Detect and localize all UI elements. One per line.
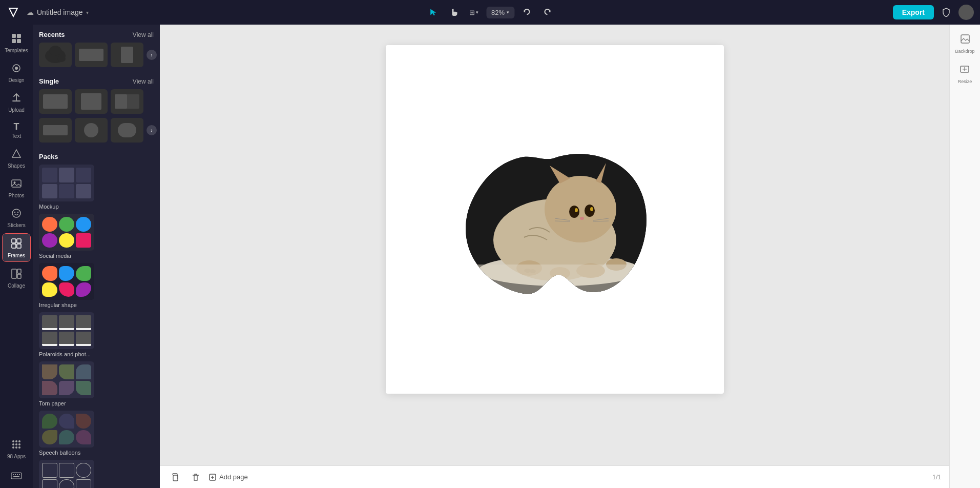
pack-thumb-social bbox=[39, 214, 94, 251]
main-layout: Templates Design Upload T Text bbox=[0, 25, 980, 488]
pack-item-social[interactable]: Social media bbox=[39, 214, 94, 259]
sidebar-item-design[interactable]: Design bbox=[2, 58, 31, 86]
resize-button[interactable]: Resize bbox=[955, 61, 975, 87]
svg-rect-28 bbox=[13, 474, 14, 475]
canvas-content bbox=[386, 60, 724, 378]
sidebar-item-apps[interactable]: 98 Apps bbox=[2, 435, 31, 462]
sidebar-item-keyboard[interactable] bbox=[2, 466, 31, 484]
pack-thumb-polaroids bbox=[39, 312, 94, 349]
resize-label: Resize bbox=[958, 79, 972, 84]
sidebar-item-templates-label: Templates bbox=[5, 48, 28, 53]
hand-tool-button[interactable] bbox=[445, 4, 462, 21]
single-next-arrow[interactable]: › bbox=[147, 125, 157, 135]
pack-item-polaroids[interactable]: Polaroids and phot... bbox=[39, 312, 94, 357]
shield-button[interactable] bbox=[938, 4, 954, 21]
svg-rect-15 bbox=[12, 269, 16, 278]
icon-sidebar: Templates Design Upload T Text bbox=[0, 25, 33, 488]
select-tool-button[interactable] bbox=[425, 4, 441, 21]
blob-frame-element[interactable] bbox=[447, 137, 662, 301]
single-thumb-3[interactable] bbox=[111, 89, 143, 114]
upload-icon bbox=[11, 92, 22, 105]
topbar-right: Export bbox=[893, 4, 974, 21]
svg-point-26 bbox=[18, 446, 20, 449]
svg-point-20 bbox=[18, 440, 20, 442]
doc-title-text: Untitled image bbox=[37, 8, 83, 16]
stickers-icon bbox=[11, 208, 22, 220]
right-panel: Backdrop Resize bbox=[949, 25, 980, 488]
zoom-value: 82% bbox=[491, 9, 505, 16]
sidebar-item-photos[interactable]: Photos bbox=[2, 174, 31, 201]
pack-label-mockup: Mockup bbox=[39, 204, 94, 210]
svg-rect-29 bbox=[15, 474, 16, 475]
single-view-all-button[interactable]: View all bbox=[133, 78, 154, 85]
svg-point-53 bbox=[575, 208, 578, 212]
text-icon: T bbox=[14, 122, 19, 131]
svg-rect-6 bbox=[12, 180, 21, 187]
pack-item-speech-balloons[interactable]: Speech balloons bbox=[39, 411, 94, 456]
app-logo[interactable] bbox=[6, 5, 20, 19]
zoom-chevron: ▾ bbox=[507, 10, 509, 15]
svg-rect-3 bbox=[17, 39, 21, 43]
svg-point-5 bbox=[15, 67, 18, 70]
pack-item-irregular[interactable]: Irregular shape bbox=[39, 263, 94, 308]
svg-rect-36 bbox=[79, 49, 103, 61]
pack-item-lined-frames[interactable]: Lined frames bbox=[39, 460, 94, 488]
recents-next-arrow[interactable]: › bbox=[147, 50, 157, 60]
single-label: Single bbox=[39, 77, 59, 85]
sidebar-item-stickers[interactable]: Stickers bbox=[2, 204, 31, 231]
svg-rect-66 bbox=[447, 265, 662, 301]
user-avatar-button[interactable] bbox=[958, 5, 974, 20]
view-options-button[interactable]: ⊞▾ bbox=[466, 4, 482, 21]
svg-rect-13 bbox=[12, 244, 16, 248]
pack-thumb-mockup bbox=[39, 165, 94, 201]
svg-point-7 bbox=[14, 181, 16, 184]
single-thumb-5[interactable] bbox=[75, 118, 108, 143]
pack-item-torn-paper[interactable]: Torn paper bbox=[39, 361, 94, 406]
single-thumb-6[interactable] bbox=[111, 118, 143, 143]
sidebar-item-collage[interactable]: Collage bbox=[2, 264, 31, 292]
delete-page-button[interactable] bbox=[189, 470, 203, 484]
undo-button[interactable] bbox=[518, 4, 535, 21]
recents-thumbs-row: › bbox=[33, 43, 160, 71]
svg-point-51 bbox=[569, 206, 579, 218]
sidebar-item-upload[interactable]: Upload bbox=[2, 88, 31, 116]
topbar-tools: ⊞▾ 82% ▾ bbox=[425, 4, 555, 21]
sidebar-item-templates[interactable]: Templates bbox=[2, 29, 31, 56]
recents-view-all-button[interactable]: View all bbox=[133, 31, 154, 38]
doc-title-area[interactable]: ☁ Untitled image ▾ bbox=[27, 8, 89, 16]
photos-icon bbox=[11, 178, 22, 191]
packs-header: Packs bbox=[33, 147, 160, 165]
single-thumb-2[interactable] bbox=[75, 89, 108, 114]
svg-point-52 bbox=[585, 205, 595, 217]
single-thumb-4[interactable] bbox=[39, 118, 72, 143]
svg-point-48 bbox=[545, 176, 616, 242]
export-button[interactable]: Export bbox=[893, 5, 934, 19]
svg-point-24 bbox=[12, 446, 14, 449]
apps-icon bbox=[11, 439, 22, 452]
redo-button[interactable] bbox=[539, 4, 555, 21]
svg-rect-11 bbox=[12, 239, 16, 243]
pack-label-torn-paper: Torn paper bbox=[39, 400, 94, 406]
sidebar-item-shapes[interactable]: Shapes bbox=[2, 144, 31, 172]
design-icon bbox=[11, 63, 22, 75]
add-page-button[interactable]: Add page bbox=[209, 473, 248, 481]
pack-label-social: Social media bbox=[39, 253, 94, 259]
canvas-page[interactable] bbox=[386, 45, 724, 394]
topbar: ☁ Untitled image ▾ ⊞▾ 82% ▾ bbox=[0, 0, 980, 25]
pack-label-speech-balloons: Speech balloons bbox=[39, 450, 94, 456]
backdrop-button[interactable]: Backdrop bbox=[952, 31, 977, 57]
sidebar-item-stickers-label: Stickers bbox=[7, 222, 26, 228]
zoom-control[interactable]: 82% ▾ bbox=[486, 7, 514, 18]
svg-point-43 bbox=[84, 123, 98, 137]
recent-thumb-3[interactable] bbox=[111, 43, 143, 67]
sidebar-item-frames[interactable]: Frames bbox=[2, 233, 31, 262]
svg-rect-39 bbox=[81, 93, 101, 110]
pack-item-mockup[interactable]: Mockup bbox=[39, 165, 94, 210]
canvas-scroll[interactable]: Page 1 bbox=[160, 25, 949, 465]
recent-thumb-2[interactable] bbox=[75, 43, 108, 67]
sidebar-item-text-label: Text bbox=[12, 133, 21, 139]
recent-thumb-1[interactable] bbox=[39, 43, 72, 67]
single-thumb-1[interactable] bbox=[39, 89, 72, 114]
sidebar-item-text[interactable]: T Text bbox=[2, 118, 31, 142]
copy-page-button[interactable] bbox=[168, 470, 182, 484]
